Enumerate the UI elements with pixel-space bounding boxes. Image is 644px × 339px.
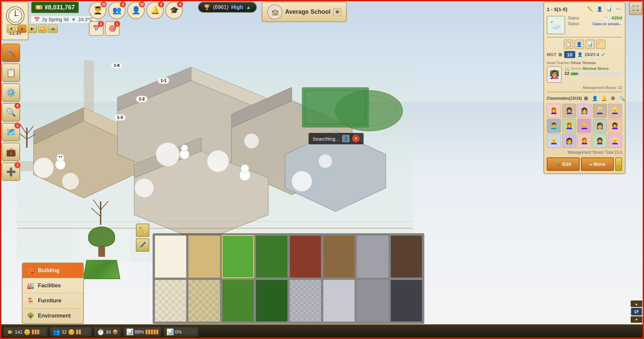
texture-cell-1[interactable] — [188, 235, 220, 278]
texture-cell-11[interactable] — [255, 279, 288, 323]
notifications-btn[interactable]: 🔔 4 — [146, 2, 164, 19]
filter-icon-5[interactable]: 🔍 — [618, 94, 626, 102]
person-icon-btn[interactable]: 👤 — [595, 5, 603, 13]
check-icon: ✓ — [601, 51, 605, 58]
environment-menu-item[interactable]: 🌳 Environment — [22, 308, 83, 323]
classmate-5[interactable]: 👱‍♀️ — [608, 104, 622, 118]
play-btn[interactable]: ▶ — [28, 25, 37, 33]
map-badge: 2 — [14, 123, 20, 129]
faster-btn[interactable]: ⏭ — [48, 25, 58, 33]
teachers-btn[interactable]: 👤 36 — [127, 2, 145, 19]
facilities-menu-item[interactable]: 🏭 Facilities — [22, 278, 83, 293]
texture-cell-13[interactable] — [323, 279, 355, 323]
texture-cell-14[interactable] — [356, 279, 389, 323]
texture-cell-0[interactable] — [154, 235, 187, 278]
students-stat-icon: 👨‍🎓 — [6, 328, 13, 336]
building-label: Building — [38, 268, 59, 274]
schedule-sidebar-btn[interactable]: 📋 — [2, 63, 20, 82]
grass-tile-preview[interactable] — [83, 260, 120, 279]
add-sidebar-btn[interactable]: ➕ 3 — [2, 162, 20, 181]
filter-icon-3[interactable]: 🔔 — [600, 94, 608, 102]
status-value-1: 📉 -625/d — [604, 16, 622, 20]
classmate-8[interactable]: 👩‍🦲 — [577, 119, 591, 133]
tab-docs[interactable]: 📁 — [596, 40, 605, 49]
pause-btn[interactable]: ⏸ — [17, 25, 26, 33]
extra-btn[interactable]: 🔒 — [615, 157, 622, 171]
classmate-15[interactable]: 👱‍♀️ — [608, 134, 622, 148]
more-icon-btn[interactable]: ⋯ — [614, 5, 622, 13]
texture-cell-3[interactable] — [255, 235, 288, 278]
tab-info[interactable]: 📋 — [564, 40, 573, 49]
texture-cell-15[interactable] — [390, 279, 423, 323]
texture-cell-2[interactable] — [222, 235, 254, 278]
texture-cell-5[interactable] — [323, 235, 355, 278]
edit-icon-btn[interactable]: ✏️ — [586, 5, 594, 13]
school-options-btn[interactable]: ⚙ — [333, 8, 341, 16]
classmate-2[interactable]: 👩‍🦱 — [562, 104, 576, 118]
build-menu: 🏗️ Building 🏭 Facilities 🪑 Furniture 🌳 E… — [22, 262, 84, 324]
furniture-menu-item[interactable]: 🪑 Furniture — [22, 293, 83, 308]
search-sidebar-btn[interactable]: 🔍 8 — [2, 103, 20, 122]
fast-btn[interactable]: ⏩ — [38, 25, 47, 33]
floor-down-btn[interactable]: ▼ — [631, 316, 642, 323]
classmate-9[interactable]: 👩 — [593, 119, 607, 133]
students-bar — [32, 330, 45, 334]
svg-point-23 — [319, 154, 332, 168]
build-sidebar-btn[interactable]: 🔨 — [2, 44, 20, 62]
s3 — [82, 330, 84, 334]
s1 — [76, 330, 78, 334]
classmate-4[interactable]: 👩‍🦳 — [593, 104, 607, 118]
seg1 — [32, 330, 34, 334]
classmate-13[interactable]: 👩‍🦰 — [577, 134, 591, 148]
stats-icon-btn[interactable]: 📊 — [605, 5, 613, 13]
map-sidebar-btn[interactable]: 🗺️ 2 — [2, 123, 20, 141]
filter-icon-1[interactable]: ⊞ — [582, 94, 590, 102]
classmate-12[interactable]: 👩 — [562, 134, 576, 148]
school-avatar: 🦢 — [547, 16, 565, 34]
tab-stats[interactable]: 📊 — [585, 40, 595, 49]
classmate-1[interactable]: 👩‍🦰 — [547, 104, 561, 118]
classmate-7[interactable]: 👩‍🦰 — [562, 119, 576, 133]
classmate-3[interactable]: 👩 — [577, 104, 591, 118]
sun-icon: ☀ — [71, 17, 76, 22]
groups-btn[interactable]: 👥 4 — [108, 2, 125, 19]
graduation-btn[interactable]: 🎓 4 — [165, 2, 183, 19]
eraser-tool-btn[interactable]: 🖊️ — [136, 238, 149, 252]
environment-label: Environment — [38, 313, 71, 319]
filter-icon-4[interactable]: ⚙ — [609, 94, 617, 102]
dropdown-btn[interactable]: ▼ — [7, 25, 16, 33]
filter-icon-2[interactable]: 👤 — [591, 94, 599, 102]
school-map — [17, 27, 413, 262]
students-btn[interactable]: 👨‍🎓 20 — [89, 2, 106, 19]
classmate-10[interactable]: 👩‍🦱 — [608, 119, 622, 133]
classmate-6[interactable]: 👨‍🦱 — [547, 119, 561, 133]
move-btn[interactable]: ⟖ Move — [581, 157, 614, 171]
fullscreen-btn[interactable]: ⛶ — [629, 2, 642, 15]
classmate-11[interactable]: 👱‍♀️ — [547, 134, 561, 148]
settings-sidebar-btn[interactable]: ⚙️ — [2, 83, 20, 102]
target-btn[interactable]: 🎯 1 — [105, 21, 120, 36]
furniture-label: Furniture — [38, 298, 61, 304]
preview-tree — [85, 230, 118, 257]
staff-sidebar-btn[interactable]: 💼 — [2, 143, 20, 161]
texture-cell-6[interactable] — [356, 235, 389, 278]
building-menu-item[interactable]: 🏗️ Building — [22, 263, 83, 278]
tab-person[interactable]: 👤 — [575, 40, 584, 49]
seg4 — [40, 330, 42, 334]
floor-up-btn[interactable]: ▲ — [631, 300, 642, 307]
calendar-btn[interactable]: 📅 2 — [89, 21, 104, 36]
texture-cell-9[interactable] — [188, 279, 220, 323]
texture-cell-8[interactable] — [154, 279, 187, 323]
teacher-lvl-row: 22 — [565, 71, 622, 76]
classmate-14[interactable]: 👩‍🦱 — [593, 134, 607, 148]
pencil-tool-btn[interactable]: ✏️ — [136, 224, 149, 237]
searching-close-btn[interactable]: ✕ — [352, 135, 360, 142]
texture-cell-12[interactable] — [289, 279, 322, 323]
texture-cell-4[interactable] — [289, 235, 322, 278]
searching-icon-btn[interactable]: 👤 — [342, 135, 350, 142]
edit-btn[interactable]: 🔨 Edit — [547, 157, 580, 171]
texture-cell-10[interactable] — [222, 279, 254, 323]
texture-cell-7[interactable] — [390, 235, 423, 278]
teacher-info: ⚔️ Stress Minimal Stress 22 — [565, 66, 622, 83]
s5 — [87, 330, 89, 334]
